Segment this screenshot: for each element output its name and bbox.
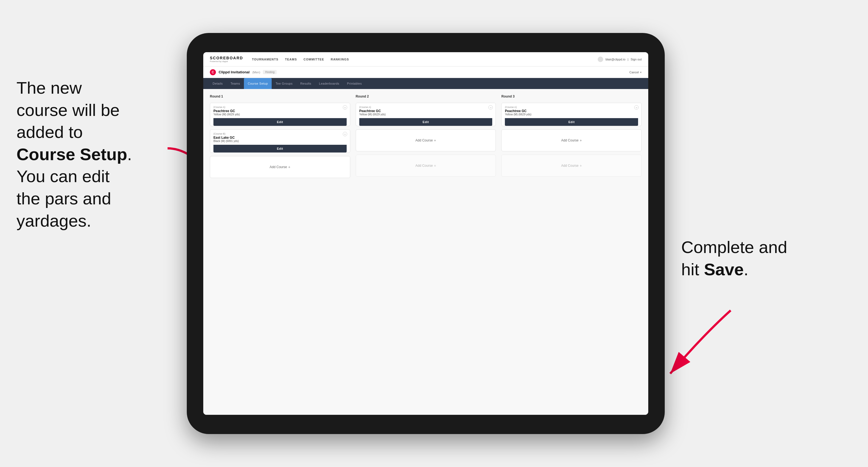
round1-course-b-name: East Lake GC bbox=[213, 136, 347, 139]
nav-tournaments[interactable]: TOURNAMENTS bbox=[252, 57, 278, 62]
tab-course-setup[interactable]: Course Setup bbox=[244, 78, 272, 89]
round3-add-course-1-text: Add Course bbox=[561, 138, 579, 142]
round1-course-b-label: (Course B) bbox=[213, 132, 347, 135]
round1-course-a-edit[interactable]: Edit bbox=[213, 118, 347, 126]
sign-out-link[interactable]: Sign out bbox=[631, 58, 642, 61]
round3-add-course-1-plus: + bbox=[580, 138, 582, 143]
tournament-gender: (Men) bbox=[252, 71, 260, 74]
tab-printables[interactable]: Printables bbox=[343, 78, 366, 89]
round3-course-a-delete[interactable]: ○ bbox=[634, 105, 639, 110]
round-1-title: Round 1 bbox=[210, 94, 350, 98]
round1-course-b-tee: Black (M) (6891 yds) bbox=[213, 139, 347, 143]
round2-add-course-1-plus: + bbox=[434, 138, 436, 143]
round1-add-course-plus: + bbox=[288, 165, 290, 169]
nav-links: TOURNAMENTS TEAMS COMMITTEE RANKINGS bbox=[252, 57, 598, 62]
cancel-button[interactable]: Cancel × bbox=[629, 71, 642, 74]
tournament-name: Clippd Invitational bbox=[219, 70, 250, 74]
round3-add-course-2-plus: + bbox=[580, 163, 582, 168]
round2-course-a-label: (Course A) bbox=[359, 106, 493, 108]
tab-details[interactable]: Details bbox=[209, 78, 227, 89]
round3-course-a-edit[interactable]: Edit bbox=[505, 118, 638, 126]
round-2-column: Round 2 ○ (Course A) Peachtree GC Yellow… bbox=[356, 94, 496, 178]
user-avatar bbox=[598, 57, 603, 62]
round2-add-course-2-plus: + bbox=[434, 163, 436, 168]
tablet-screen: SCOREBOARD Powered by clippd TOURNAMENTS… bbox=[203, 52, 648, 415]
tab-teams[interactable]: Teams bbox=[227, 78, 244, 89]
round1-course-a-delete[interactable]: ○ bbox=[343, 105, 347, 110]
annotation-right: Complete and hit Save. bbox=[681, 236, 813, 280]
tab-bar: Details Teams Course Setup Tee Groups Re… bbox=[203, 78, 648, 89]
round1-course-a-tee: Yellow (M) (6629 yds) bbox=[213, 113, 347, 116]
round1-add-course-text: Add Course bbox=[270, 165, 287, 169]
tab-leaderboards[interactable]: Leaderboards bbox=[315, 78, 343, 89]
round2-course-a-card: ○ (Course A) Peachtree GC Yellow (M) (66… bbox=[356, 103, 496, 126]
nav-committee[interactable]: COMMITTEE bbox=[304, 57, 324, 62]
round3-course-a-tee: Yellow (M) (6629 yds) bbox=[505, 113, 638, 116]
rounds-grid: Round 1 ○ (Course A) Peachtree GC Yellow… bbox=[210, 94, 642, 178]
round1-course-b-card: ○ (Course B) East Lake GC Black (M) (689… bbox=[210, 129, 350, 153]
brand: SCOREBOARD Powered by clippd bbox=[210, 56, 243, 63]
round2-add-course-1-text: Add Course bbox=[415, 138, 433, 142]
user-email: blair@clippd.io bbox=[606, 58, 625, 61]
round1-course-b-delete[interactable]: ○ bbox=[343, 132, 347, 136]
clippd-logo: C bbox=[210, 69, 216, 75]
tablet-shell: SCOREBOARD Powered by clippd TOURNAMENTS… bbox=[187, 33, 665, 434]
round3-add-course-2: Add Course + bbox=[501, 155, 642, 177]
round3-course-a-card: ○ (Course A) Peachtree GC Yellow (M) (66… bbox=[501, 103, 642, 126]
round3-add-course-2-text: Add Course bbox=[561, 164, 579, 167]
nav-right: blair@clippd.io | Sign out bbox=[598, 57, 642, 62]
main-content: Round 1 ○ (Course A) Peachtree GC Yellow… bbox=[203, 89, 648, 415]
round2-course-a-tee: Yellow (M) (6629 yds) bbox=[359, 113, 493, 116]
round1-course-b-edit[interactable]: Edit bbox=[213, 145, 347, 152]
round1-course-a-card: ○ (Course A) Peachtree GC Yellow (M) (66… bbox=[210, 103, 350, 126]
annotation-left: The new course will be added to Course S… bbox=[17, 77, 176, 232]
round2-add-course-2: Add Course + bbox=[356, 155, 496, 177]
round1-course-a-name: Peachtree GC bbox=[213, 109, 347, 113]
tab-tee-groups[interactable]: Tee Groups bbox=[272, 78, 297, 89]
round-1-column: Round 1 ○ (Course A) Peachtree GC Yellow… bbox=[210, 94, 350, 178]
nav-teams[interactable]: TEAMS bbox=[285, 57, 297, 62]
brand-name: SCOREBOARD bbox=[210, 56, 243, 60]
round3-course-a-name: Peachtree GC bbox=[505, 109, 638, 113]
round2-add-course-2-text: Add Course bbox=[415, 164, 433, 167]
brand-powered: Powered by clippd bbox=[210, 60, 243, 63]
round2-course-a-edit[interactable]: Edit bbox=[359, 118, 493, 126]
round2-add-course-1[interactable]: Add Course + bbox=[356, 129, 496, 151]
round3-add-course-1[interactable]: Add Course + bbox=[501, 129, 642, 151]
round1-add-course[interactable]: Add Course + bbox=[210, 156, 350, 178]
round2-course-a-name: Peachtree GC bbox=[359, 109, 493, 113]
top-nav: SCOREBOARD Powered by clippd TOURNAMENTS… bbox=[203, 52, 648, 66]
tab-results[interactable]: Results bbox=[297, 78, 315, 89]
tournament-header: C Clippd Invitational (Men) Hosting Canc… bbox=[203, 66, 648, 78]
nav-rankings[interactable]: RANKINGS bbox=[331, 57, 349, 62]
tournament-info: C Clippd Invitational (Men) Hosting bbox=[210, 69, 277, 75]
round-2-title: Round 2 bbox=[356, 94, 496, 98]
tournament-badge: Hosting bbox=[263, 70, 277, 74]
round-3-title: Round 3 bbox=[501, 94, 642, 98]
round3-course-a-label: (Course A) bbox=[505, 106, 638, 108]
round1-course-a-label: (Course A) bbox=[213, 106, 347, 108]
round-3-column: Round 3 ○ (Course A) Peachtree GC Yellow… bbox=[501, 94, 642, 178]
